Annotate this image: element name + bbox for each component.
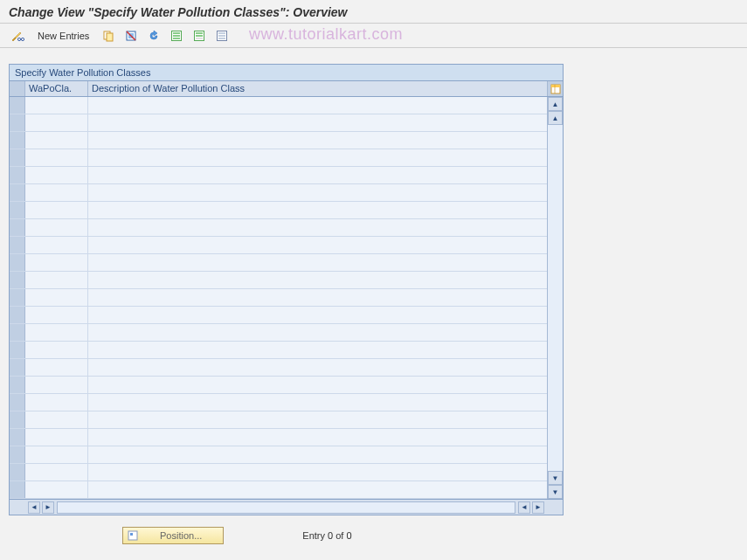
cell-wapocla[interactable] bbox=[25, 149, 88, 166]
position-button[interactable]: Position... bbox=[122, 527, 224, 544]
cell-wapocla[interactable] bbox=[25, 219, 88, 236]
cell-description[interactable] bbox=[88, 237, 547, 253]
copy-as-button[interactable] bbox=[99, 27, 118, 45]
row-selector[interactable] bbox=[10, 342, 25, 358]
row-selector[interactable] bbox=[10, 481, 25, 498]
cell-description[interactable] bbox=[88, 446, 547, 463]
delete-button[interactable] bbox=[121, 27, 141, 45]
row-selector[interactable] bbox=[10, 446, 25, 463]
row-selector[interactable] bbox=[10, 114, 25, 131]
cell-description[interactable] bbox=[88, 184, 547, 201]
scroll-left-button[interactable]: ◄ bbox=[28, 501, 40, 514]
copy-icon bbox=[102, 30, 114, 42]
cell-wapocla[interactable] bbox=[25, 359, 88, 376]
toggle-display-change-button[interactable] bbox=[7, 27, 28, 45]
cell-wapocla[interactable] bbox=[25, 464, 88, 480]
row-selector[interactable] bbox=[10, 324, 25, 341]
scroll-right-button[interactable]: ► bbox=[532, 501, 544, 514]
cell-wapocla[interactable] bbox=[25, 481, 88, 498]
cell-description[interactable] bbox=[88, 307, 547, 323]
cell-description[interactable] bbox=[88, 219, 547, 236]
row-selector[interactable] bbox=[10, 394, 25, 411]
cell-description[interactable] bbox=[88, 464, 547, 480]
scroll-right-fast-button[interactable]: ◄ bbox=[518, 501, 530, 514]
cell-wapocla[interactable] bbox=[25, 342, 88, 358]
row-selector[interactable] bbox=[10, 464, 25, 480]
cell-wapocla[interactable] bbox=[25, 97, 88, 114]
row-selector[interactable] bbox=[10, 377, 25, 393]
cell-description[interactable] bbox=[88, 289, 547, 306]
cell-description[interactable] bbox=[88, 342, 547, 358]
cell-wapocla[interactable] bbox=[25, 132, 88, 149]
scroll-up-button[interactable]: ▲ bbox=[548, 97, 563, 111]
cell-wapocla[interactable] bbox=[25, 411, 88, 428]
cell-wapocla[interactable] bbox=[25, 289, 88, 306]
scroll-up-button-2[interactable]: ▲ bbox=[548, 111, 563, 125]
table-settings-button[interactable] bbox=[547, 81, 563, 96]
column-header-description[interactable]: Description of Water Pollution Class bbox=[88, 81, 547, 96]
scroll-left-fast-button[interactable]: ► bbox=[42, 501, 54, 514]
cell-wapocla[interactable] bbox=[25, 167, 88, 183]
row-selector[interactable] bbox=[10, 411, 25, 428]
row-selector[interactable] bbox=[10, 429, 25, 446]
row-selector[interactable] bbox=[10, 132, 25, 149]
select-block-button[interactable] bbox=[190, 27, 209, 45]
row-selector[interactable] bbox=[10, 97, 25, 114]
cell-description[interactable] bbox=[88, 481, 547, 498]
row-selector[interactable] bbox=[10, 219, 25, 236]
cell-description[interactable] bbox=[88, 359, 547, 376]
cell-wapocla[interactable] bbox=[25, 307, 88, 323]
cell-description[interactable] bbox=[88, 377, 547, 393]
row-selector[interactable] bbox=[10, 202, 25, 218]
undo-change-button[interactable] bbox=[144, 27, 163, 45]
row-selector[interactable] bbox=[10, 307, 25, 323]
cell-description[interactable] bbox=[88, 411, 547, 428]
cell-description[interactable] bbox=[88, 149, 547, 166]
cell-description[interactable] bbox=[88, 167, 547, 183]
table-row bbox=[10, 254, 547, 272]
cell-description[interactable] bbox=[88, 324, 547, 341]
svg-point-0 bbox=[17, 38, 20, 40]
select-all-rows-corner[interactable] bbox=[10, 81, 25, 96]
cell-description[interactable] bbox=[88, 394, 547, 411]
cell-description[interactable] bbox=[88, 429, 547, 446]
cell-wapocla[interactable] bbox=[25, 254, 88, 271]
select-all-button[interactable] bbox=[167, 27, 186, 45]
cell-description[interactable] bbox=[88, 132, 547, 149]
deselect-all-button[interactable] bbox=[212, 27, 232, 45]
scroll-down-button-2[interactable]: ▼ bbox=[548, 471, 563, 485]
cell-description[interactable] bbox=[88, 202, 547, 218]
grid-body: ▲ ▲ ▼ ▼ bbox=[10, 97, 563, 499]
row-selector[interactable] bbox=[10, 272, 25, 288]
cell-wapocla[interactable] bbox=[25, 114, 88, 131]
cell-description[interactable] bbox=[88, 254, 547, 271]
scroll-down-button[interactable]: ▼ bbox=[548, 485, 563, 499]
cell-wapocla[interactable] bbox=[25, 324, 88, 341]
cell-wapocla[interactable] bbox=[25, 184, 88, 201]
vertical-scrollbar[interactable]: ▲ ▲ ▼ ▼ bbox=[547, 97, 563, 499]
table-row bbox=[10, 272, 547, 289]
cell-wapocla[interactable] bbox=[25, 394, 88, 411]
row-selector[interactable] bbox=[10, 359, 25, 376]
cell-wapocla[interactable] bbox=[25, 272, 88, 288]
scroll-track[interactable] bbox=[548, 125, 563, 471]
row-selector[interactable] bbox=[10, 254, 25, 271]
cell-description[interactable] bbox=[88, 272, 547, 288]
row-selector[interactable] bbox=[10, 149, 25, 166]
svg-rect-9 bbox=[173, 32, 180, 34]
cell-description[interactable] bbox=[88, 114, 547, 131]
new-entries-button[interactable]: New Entries bbox=[31, 27, 95, 45]
cell-wapocla[interactable] bbox=[25, 237, 88, 253]
row-selector[interactable] bbox=[10, 237, 25, 253]
cell-wapocla[interactable] bbox=[25, 377, 88, 393]
hscroll-track[interactable] bbox=[57, 501, 515, 514]
row-selector[interactable] bbox=[10, 289, 25, 306]
row-selector[interactable] bbox=[10, 167, 25, 183]
horizontal-scrollbar[interactable]: ◄ ► ◄ ► bbox=[25, 501, 547, 514]
cell-wapocla[interactable] bbox=[25, 429, 88, 446]
cell-wapocla[interactable] bbox=[25, 446, 88, 463]
row-selector[interactable] bbox=[10, 184, 25, 201]
cell-description[interactable] bbox=[88, 97, 547, 114]
cell-wapocla[interactable] bbox=[25, 202, 88, 218]
column-header-wapocla[interactable]: WaPoCla. bbox=[25, 81, 88, 96]
